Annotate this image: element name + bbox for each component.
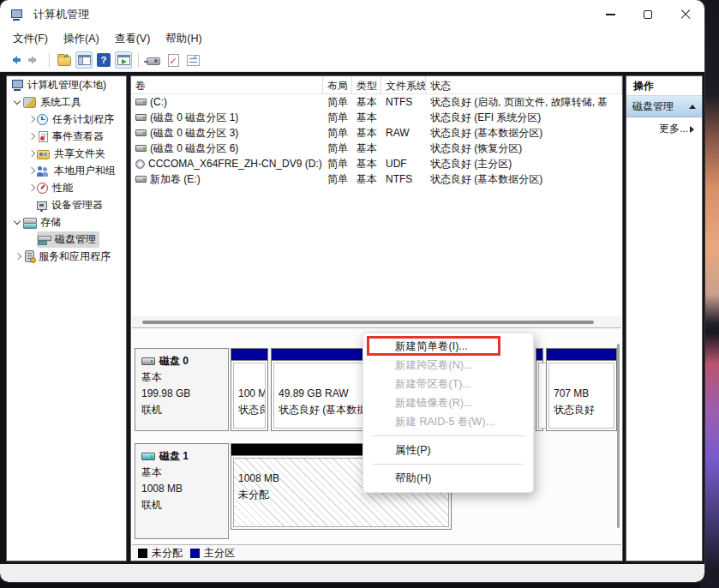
chevron-right-icon[interactable] [25,182,37,194]
maximize-button[interactable] [629,0,667,29]
partition-100mb[interactable]: 100 MB状态良好 [231,348,268,431]
horizontal-scrollbar[interactable] [132,316,621,327]
volume-row-partition1[interactable]: (磁盘 0 磁盘分区 1) 简单 基本 状态良好 (EFI 系统分区) [131,110,622,125]
volume-row-partition3[interactable]: (磁盘 0 磁盘分区 3) 简单 基本 RAW 状态良好 (基本数据分区) [131,125,622,141]
chevron-right-icon[interactable] [25,130,37,142]
volume-name: 新加卷 (E:) [150,172,201,187]
tree-item-system-tools[interactable]: 系统工具 [7,93,126,111]
tree-item-label: 共享文件夹 [54,147,105,161]
menu-item-new-spanned-volume: 新建跨区卷(N)... [363,356,533,375]
menu-help[interactable]: 帮助(H) [158,30,209,48]
tree-item-label: 事件查看器 [52,129,104,144]
chevron-right-icon[interactable] [25,165,37,177]
volume-layout: 简单 [323,95,352,110]
tree-item-device-manager[interactable]: 设备管理器 [7,196,126,213]
menu-file[interactable]: 文件(F) [5,30,56,48]
column-header-filesystem[interactable]: 文件系统 [381,76,426,93]
console-tree-pane: 计算机管理(本地) 系统工具 任务计划程序 事件查看器 [6,75,127,561]
volume-row-partition6[interactable]: (磁盘 0 磁盘分区 6) 简单 基本 状态良好 (恢复分区) [131,141,622,156]
column-header-layout[interactable]: 布局 [323,76,352,93]
volume-status: 状态良好 (基本数据分区) [426,126,622,141]
menu-item-properties[interactable]: 属性(P) [363,441,533,459]
close-button[interactable] [667,0,704,29]
menu-item-label: 新建镜像卷(R)... [395,397,472,409]
tree-item-event-viewer[interactable]: 事件查看器 [7,128,126,145]
chevron-down-icon[interactable] [11,216,23,228]
volume-status: 状态良好 (恢复分区) [426,141,622,156]
tree-item-performance[interactable]: 性能 [7,179,126,196]
legend-unallocated: 未分配 [138,546,183,561]
disk-device-icon[interactable] [145,51,162,69]
volume-layout: 简单 [323,141,352,156]
actions-header: 操作 [626,76,702,96]
column-header-type[interactable]: 类型 [352,76,381,93]
menu-item-label: 新建简单卷(I)... [395,340,468,352]
tree-item-shared-folders[interactable]: 共享文件夹 [7,145,126,162]
partition-sliver[interactable] [536,348,543,431]
show-console-tree-icon[interactable] [75,51,93,69]
collapse-up-icon[interactable] [689,101,696,109]
minimize-button[interactable] [591,0,629,29]
storage-icon [23,217,36,228]
disk1-label[interactable]: 磁盘 1 基本 1008 MB 联机 [135,443,229,539]
menu-action[interactable]: 操作(A) [56,30,107,48]
chevron-right-icon[interactable] [25,113,37,125]
actions-section-label: 磁盘管理 [632,99,689,114]
partition-status: 状态良好 [238,402,261,418]
volume-type: 基本 [352,111,381,125]
partition-707mb[interactable]: 707 MB状态良好 [546,348,617,431]
volume-status: 状态良好 (主分区) [426,157,622,171]
help-icon[interactable] [95,51,112,69]
menu-separator [372,464,524,465]
menu-item-help[interactable]: 帮助(H) [363,469,533,488]
app-icon [10,9,22,21]
column-header-status[interactable]: 状态 [426,76,622,93]
checklist-icon[interactable] [184,51,201,69]
chevron-right-icon[interactable] [25,147,37,159]
menu-item-new-simple-volume[interactable]: 新建简单卷(I)... [363,337,533,356]
disk-name: 磁盘 1 [159,448,189,465]
legend-label: 未分配 [152,546,183,561]
partition-size: 707 MB [554,386,609,402]
menu-item-new-mirrored-volume: 新建镜像卷(R)... [363,393,533,412]
tree-item-disk-management[interactable]: 磁盘管理 [7,231,126,248]
actions-section-disk-management[interactable]: 磁盘管理 [626,96,702,117]
primary-partition-band [231,349,267,361]
menu-view[interactable]: 查看(V) [107,30,159,48]
chevron-down-icon[interactable] [11,96,23,108]
tree-item-local-users-groups[interactable]: 本地用户和组 [7,162,126,179]
volume-disk-icon [135,176,147,183]
event-viewer-icon [39,131,48,142]
toolbar [0,49,704,72]
column-header-volume[interactable]: 卷 [131,76,323,93]
tree-item-computer-management[interactable]: 计算机管理(本地) [7,76,126,93]
check-document-icon[interactable] [165,51,182,69]
tree-item-storage[interactable]: 存储 [7,213,126,231]
chevron-right-icon[interactable] [11,250,23,262]
primary-partition-band [536,349,542,361]
disk0-label[interactable]: 磁盘 0 基本 199.98 GB 联机 [135,348,229,431]
tree-item-label: 本地用户和组 [54,164,116,178]
volume-row-d[interactable]: CCCOMA_X64FRE_ZH-CN_DV9 (D:) 简单 基本 UDF 状… [131,156,622,171]
legend-label: 主分区 [204,546,235,561]
computer-management-window: 计算机管理 文件(F) 操作(A) 查看(V) 帮助(H) [0,0,704,582]
cd-rom-icon [135,159,145,169]
volume-row-c[interactable]: (C:) 简单 基本 NTFS 状态良好 (启动, 页面文件, 故障转储, 基 [131,94,622,110]
volume-name: (磁盘 0 磁盘分区 6) [150,141,238,156]
tree-item-label: 设备管理器 [51,198,103,213]
volume-status: 状态良好 (基本数据分区) [426,172,622,187]
volume-fs: RAW [381,127,426,139]
performance-icon [37,183,48,194]
menu-separator [372,435,524,436]
scrollbar-thumb[interactable] [142,321,594,324]
forward-icon[interactable] [26,51,43,69]
tree-item-task-scheduler[interactable]: 任务计划程序 [7,111,126,128]
up-folder-icon[interactable] [56,51,73,69]
actions-more-item[interactable]: 更多... [626,117,702,141]
back-icon[interactable] [6,51,23,69]
volume-row-e[interactable]: 新加卷 (E:) 简单 基本 NTFS 状态良好 (基本数据分区) [131,171,622,187]
vertical-scrollbar[interactable] [617,344,620,528]
minimize-icon [606,14,615,15]
tree-item-services-applications[interactable]: 服务和应用程序 [7,248,126,265]
show-action-pane-icon[interactable] [115,51,132,69]
